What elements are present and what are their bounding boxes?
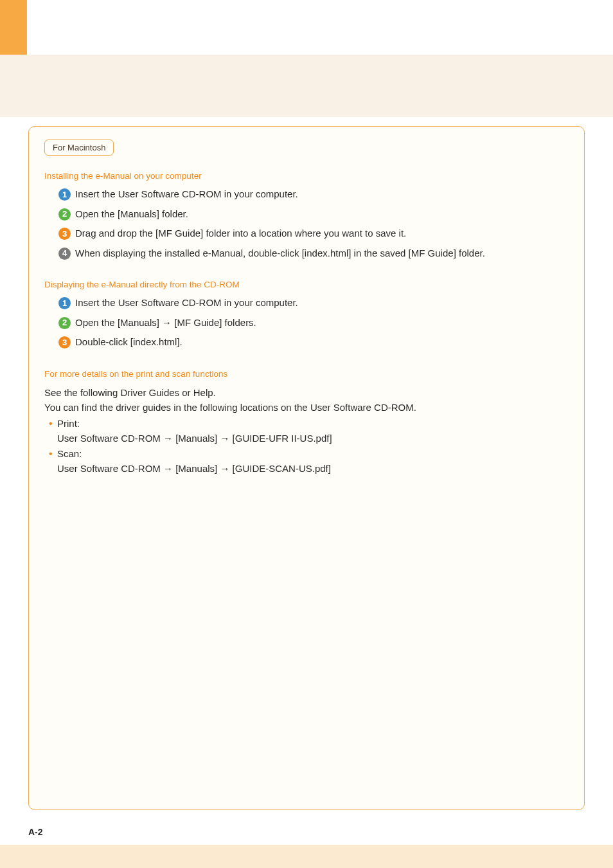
section-title-display: Displaying the e-Manual directly from th… bbox=[44, 280, 569, 289]
step-item: 4 When displaying the installed e-Manual… bbox=[58, 246, 569, 261]
step-text: When displaying the installed e-Manual, … bbox=[75, 246, 485, 261]
list-item-path: User Software CD-ROM → [Manuals] → [GUID… bbox=[44, 431, 569, 446]
install-steps: 1 Insert the User Software CD-ROM in you… bbox=[58, 187, 569, 260]
step-item: 2 Open the [Manuals] folder. bbox=[58, 207, 569, 222]
step-number-icon: 2 bbox=[58, 317, 71, 329]
step-item: 2 Open the [Manuals] → [MF Guide] folder… bbox=[58, 316, 569, 330]
step-text: Insert the User Software CD-ROM in your … bbox=[75, 187, 298, 202]
step-text: Drag and drop the [MF Guide] folder into… bbox=[75, 226, 406, 241]
step-item: 3 Drag and drop the [MF Guide] folder in… bbox=[58, 226, 569, 241]
footer-strip bbox=[0, 845, 613, 868]
step-number-icon: 2 bbox=[58, 208, 71, 221]
driver-guides-list: Print: User Software CD-ROM → [Manuals] … bbox=[44, 416, 569, 476]
details-intro-2: You can find the driver guides in the fo… bbox=[44, 400, 569, 415]
section-title-details: For more details on the print and scan f… bbox=[44, 369, 569, 379]
content-panel: For Macintosh Installing the e-Manual on… bbox=[28, 126, 585, 810]
display-steps: 1 Insert the User Software CD-ROM in you… bbox=[58, 296, 569, 350]
step-text: Open the [Manuals] folder. bbox=[75, 207, 188, 222]
step-number-icon: 1 bbox=[58, 297, 71, 309]
step-item: 3 Double-click [index.html]. bbox=[58, 335, 569, 350]
step-number-icon: 3 bbox=[58, 228, 71, 240]
step-text: Double-click [index.html]. bbox=[75, 335, 182, 350]
section-title-install: Installing the e-Manual on your computer bbox=[44, 171, 569, 181]
list-item: Scan: bbox=[44, 446, 569, 461]
header-lower-band bbox=[0, 55, 613, 117]
platform-tab: For Macintosh bbox=[44, 140, 114, 156]
corner-accent bbox=[0, 0, 27, 55]
step-item: 1 Insert the User Software CD-ROM in you… bbox=[58, 187, 569, 202]
step-number-icon: 1 bbox=[58, 188, 71, 201]
list-item: Print: bbox=[44, 416, 569, 431]
page-number: A-2 bbox=[28, 827, 43, 837]
details-intro-1: See the following Driver Guides or Help. bbox=[44, 385, 569, 400]
step-text: Open the [Manuals] → [MF Guide] folders. bbox=[75, 316, 256, 330]
step-item: 1 Insert the User Software CD-ROM in you… bbox=[58, 296, 569, 311]
step-text: Insert the User Software CD-ROM in your … bbox=[75, 296, 298, 311]
list-item-path: User Software CD-ROM → [Manuals] → [GUID… bbox=[44, 461, 569, 476]
step-number-icon: 3 bbox=[58, 336, 71, 348]
step-number-icon: 4 bbox=[58, 248, 71, 260]
